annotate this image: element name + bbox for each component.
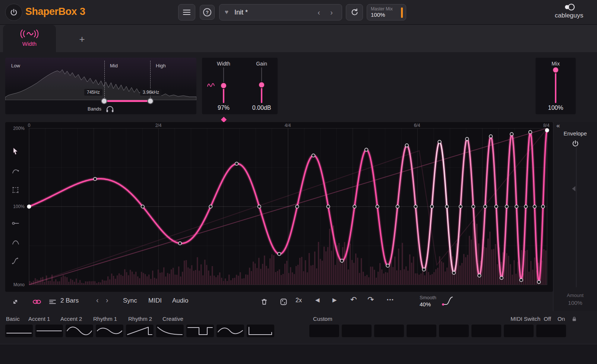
help-icon: ? [203, 8, 211, 16]
custom-slot-8[interactable] [536, 325, 566, 337]
preset-selector[interactable]: ♥ Init * ‹ › [219, 4, 342, 20]
menu-button[interactable] [178, 4, 195, 20]
plugin-power-button[interactable] [5, 4, 22, 21]
length-next-button[interactable]: › [106, 296, 108, 304]
wave-shape-button-ramp-down[interactable] [156, 325, 184, 337]
master-mix-label: Master Mix [371, 6, 393, 12]
tab-row: Width + [0, 25, 597, 52]
band-spectrum-panel[interactable]: Low Mid High 745Hz 3.96kHz Bands [5, 58, 196, 114]
wave-shape-button-pulse[interactable] [186, 325, 214, 337]
custom-slot-row [309, 325, 566, 337]
shift-left-button[interactable]: ◀ [315, 297, 320, 303]
envelope-sidebar: « Envelope Amount 100% [553, 122, 597, 311]
steps-icon [48, 298, 57, 306]
double-wave-button[interactable]: 2x [296, 297, 302, 304]
trigger-audio-button[interactable]: Audio [172, 297, 188, 304]
wave-list-button[interactable] [45, 295, 60, 309]
band-range-handle-high[interactable] [148, 99, 153, 103]
category-creative[interactable]: Creative [162, 316, 183, 322]
wave-shape-button-flat-low[interactable] [5, 325, 33, 337]
midi-lock-icon[interactable] [572, 316, 577, 322]
headphones-icon[interactable] [106, 105, 114, 112]
smooth-label: Smooth [420, 295, 436, 300]
category-rhythm-1[interactable]: Rhythm 1 [93, 316, 117, 322]
category-rhythm-2[interactable]: Rhythm 2 [128, 316, 152, 322]
category-accent-2[interactable]: Accent 2 [60, 316, 82, 322]
bands-label: Bands [88, 106, 101, 112]
clear-wave-button[interactable] [257, 295, 271, 309]
master-mix-slider[interactable] [401, 7, 403, 18]
add-tab-button[interactable]: + [75, 32, 89, 47]
band-range-slider[interactable] [104, 100, 150, 102]
length-prev-button[interactable]: ‹ [96, 296, 99, 304]
mix-slider-fill [555, 70, 556, 103]
envelope-amount-label: Amount [553, 293, 597, 298]
redo-button[interactable]: ↷ [367, 295, 374, 304]
tab-width[interactable]: Width [3, 25, 56, 52]
gain-slider-handle[interactable] [259, 82, 264, 87]
undo-button[interactable]: ↶ [350, 295, 357, 304]
wave-shape-button-sine-soft[interactable] [96, 325, 123, 337]
link-waves-button[interactable] [30, 295, 44, 309]
midi-switch-on-button[interactable]: On [557, 316, 565, 322]
custom-slot-2[interactable] [342, 325, 372, 337]
smooth-value[interactable]: 40% [420, 301, 431, 307]
preset-prev-button[interactable]: ‹ [318, 8, 320, 17]
hamburger-icon [183, 9, 191, 16]
more-options-button[interactable]: ••• [387, 297, 394, 303]
link-icon [32, 297, 42, 306]
mix-slider-handle[interactable] [553, 67, 558, 73]
category-basic[interactable]: Basic [6, 316, 20, 322]
midi-switch-off-button[interactable]: Off [544, 316, 551, 322]
custom-slot-7[interactable] [504, 325, 534, 337]
envelope-amount-track[interactable] [576, 146, 577, 287]
help-button[interactable]: ? [200, 5, 215, 20]
custom-slot-6[interactable] [471, 325, 501, 337]
trash-icon [260, 297, 269, 306]
band-range-handle-low[interactable] [102, 99, 107, 103]
brand-logo: cableguys [545, 3, 593, 19]
band-split-line-1[interactable] [104, 61, 105, 98]
trigger-sync-button[interactable]: Sync [123, 297, 137, 304]
mix-slider-label: Mix [541, 61, 571, 67]
smooth-curve-icon[interactable] [441, 294, 454, 307]
band-focus-diamond[interactable] [221, 117, 227, 123]
envelope-power-button[interactable] [553, 138, 597, 150]
wave-shape-button-flat-mid[interactable] [35, 325, 63, 337]
smooth-wave-icon [217, 325, 244, 337]
category-accent-1[interactable]: Accent 1 [28, 316, 50, 322]
ramp-up-wave-icon [126, 325, 153, 337]
flat-low-wave-icon [6, 325, 32, 337]
gain-slider-label: Gain [247, 61, 277, 67]
collapse-sidebar-button[interactable]: « [556, 122, 560, 130]
custom-label: Custom [313, 316, 332, 322]
wave-editor-canvas[interactable] [5, 122, 553, 292]
wave-shape-button-step-corner[interactable] [247, 325, 274, 337]
favorite-heart-icon[interactable]: ♥ [225, 9, 228, 16]
mix-slider-value: 100% [541, 105, 571, 111]
wave-length-selector[interactable]: 2 Bars [60, 297, 79, 304]
ab-compare-button[interactable] [346, 4, 363, 20]
width-slider-label: Width [209, 61, 239, 67]
width-slider-handle[interactable] [221, 83, 226, 88]
custom-slot-4[interactable] [407, 325, 436, 337]
wave-shape-button-sine[interactable] [66, 325, 93, 337]
wave-shape-button-smooth[interactable] [217, 325, 244, 337]
custom-slot-1[interactable] [309, 325, 339, 337]
cableguys-icon [562, 3, 576, 12]
band-high-label: High [156, 63, 166, 68]
preset-next-button[interactable]: › [330, 8, 333, 17]
wave-shape-button-ramp-up[interactable] [126, 325, 154, 337]
step-corner-wave-icon [247, 325, 274, 337]
trigger-midi-button[interactable]: MIDI [148, 297, 162, 304]
custom-slot-5[interactable] [439, 325, 469, 337]
randomize-button[interactable] [277, 295, 291, 309]
shift-right-button[interactable]: ▶ [332, 297, 337, 303]
master-mix-control[interactable]: Master Mix 100% [367, 4, 406, 20]
custom-slot-3[interactable] [374, 325, 404, 337]
fullscreen-button[interactable] [8, 295, 22, 309]
envelope-amount-marker[interactable] [572, 186, 575, 191]
width-slider-fill [223, 86, 224, 103]
band-mid-label: Mid [110, 63, 118, 68]
width-lfo-icon [207, 82, 215, 88]
